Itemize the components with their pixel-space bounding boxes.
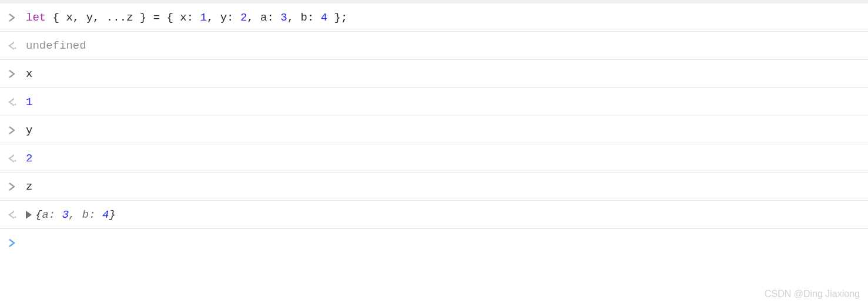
output-chevron-icon: [8, 154, 22, 163]
console-output-value: 2: [22, 152, 868, 165]
expand-triangle-icon[interactable]: [26, 211, 32, 219]
token-text: { x, y, ...z } = { x:: [46, 11, 200, 24]
input-chevron-icon: [8, 126, 22, 134]
prompt-chevron-icon: [8, 239, 22, 247]
console-input-row[interactable]: let { x, y, ...z } = { x: 1, y: 2, a: 3,…: [0, 4, 868, 32]
console-output-object[interactable]: {a: 3, b: 4}: [22, 208, 868, 221]
input-chevron-icon: [8, 183, 22, 191]
console-input-code: let { x, y, ...z } = { x: 1, y: 2, a: 3,…: [22, 11, 868, 24]
object-key: a: [42, 208, 48, 221]
object-sep: :: [49, 208, 62, 221]
object-key: b: [82, 208, 89, 221]
console-input-code: x: [22, 67, 868, 80]
console-input-row[interactable]: z: [0, 173, 868, 201]
output-chevron-icon: [8, 211, 22, 219]
console-output-row: 2: [0, 144, 868, 173]
console-input-row[interactable]: y: [0, 116, 868, 144]
token-keyword: let: [26, 11, 46, 24]
token-number: 1: [200, 11, 206, 24]
input-chevron-icon: [8, 13, 22, 22]
console-input-code: y: [22, 124, 868, 137]
svg-point-2: [15, 160, 16, 161]
token-number: 2: [240, 11, 247, 24]
output-chevron-icon: [8, 42, 22, 50]
token-text: , b:: [287, 11, 321, 24]
console-output-value: 1: [22, 96, 868, 109]
token-text: };: [327, 11, 347, 24]
console-input-code: z: [22, 180, 868, 193]
object-brace: }: [109, 208, 115, 221]
token-text: , a:: [247, 11, 280, 24]
console-output-row: {a: 3, b: 4}: [0, 201, 868, 229]
console-prompt-row[interactable]: [0, 229, 868, 257]
console-output-row: 1: [0, 88, 868, 116]
console-output-undefined: undefined: [22, 39, 868, 52]
object-comma: ,: [69, 208, 82, 221]
console-input-row[interactable]: x: [0, 60, 868, 88]
token-number: 3: [280, 11, 287, 24]
token-text: , y:: [207, 11, 240, 24]
input-chevron-icon: [8, 70, 22, 78]
svg-point-0: [15, 47, 16, 49]
object-brace: {: [35, 208, 42, 221]
object-value: 4: [102, 208, 109, 221]
output-chevron-icon: [8, 98, 22, 106]
object-sep: :: [89, 208, 102, 221]
svg-point-3: [15, 216, 16, 218]
object-value: 3: [62, 208, 69, 221]
token-number: 4: [321, 11, 327, 24]
svg-point-1: [15, 103, 16, 105]
console-output-row: undefined: [0, 32, 868, 60]
watermark-text: CSDN @Ding Jiaxiong: [765, 289, 860, 299]
